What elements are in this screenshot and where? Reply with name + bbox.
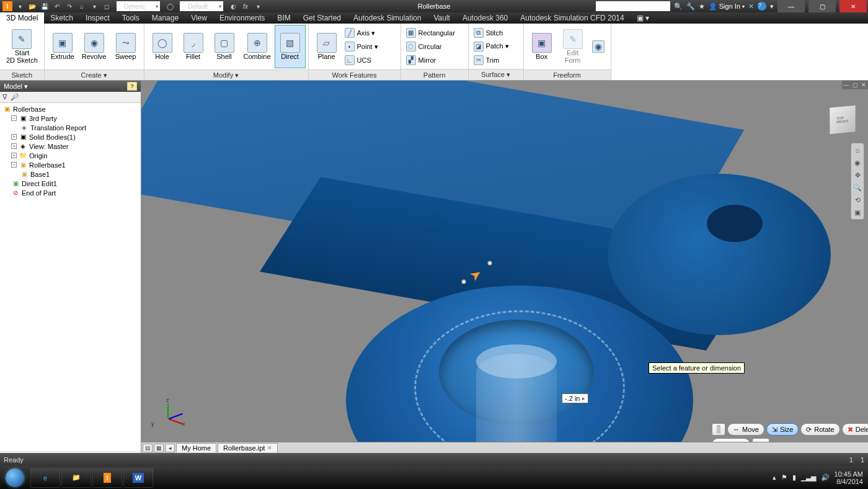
doc-tab-tile-icon[interactable]: ▦ bbox=[154, 444, 164, 452]
tray-up-icon[interactable]: ▴ bbox=[773, 473, 776, 482]
tab-get-started[interactable]: Get Started bbox=[297, 12, 347, 24]
tree-view-master[interactable]: +◈View: Master bbox=[2, 141, 138, 151]
tree-origin[interactable]: +📁Origin bbox=[2, 151, 138, 160]
trim-button[interactable]: ✂Trim bbox=[471, 53, 521, 67]
tab-cfd-2014[interactable]: Autodesk Simulation CFD 2014 bbox=[514, 12, 630, 24]
qat-select-icon[interactable]: ▾ bbox=[89, 1, 99, 11]
direct-button[interactable]: ▧Direct bbox=[275, 25, 306, 68]
help-icon[interactable]: ? bbox=[758, 2, 766, 11]
doc-tab-prev-icon[interactable]: ◂ bbox=[165, 444, 175, 452]
qat-undo-icon[interactable]: ↶ bbox=[52, 1, 62, 11]
tree-end-of-part[interactable]: ⊘End of Part bbox=[2, 188, 138, 197]
qat-material-icon[interactable]: ◻ bbox=[102, 1, 112, 11]
collapse-icon[interactable]: − bbox=[11, 115, 17, 121]
delete-button[interactable]: ✖Delete bbox=[842, 423, 868, 436]
tab-overflow-icon[interactable]: ▣ ▾ bbox=[631, 12, 655, 24]
mini-grip[interactable] bbox=[712, 423, 725, 436]
qat-home-icon[interactable]: ⌂ bbox=[77, 1, 87, 11]
rectangular-button[interactable]: ▦Rectangular bbox=[404, 26, 466, 40]
doc-tab-file[interactable]: Rollerbase.ipt✕ bbox=[218, 443, 278, 452]
qat-color-icon[interactable]: ◐ bbox=[228, 1, 238, 11]
close-tab-icon[interactable]: ✕ bbox=[267, 445, 272, 451]
qat-open-icon[interactable]: 📂 bbox=[27, 1, 37, 11]
find-icon[interactable]: 🔎 bbox=[11, 93, 19, 101]
tab-inspect[interactable]: Inspect bbox=[79, 12, 116, 24]
extrude-button[interactable]: ▣Extrude bbox=[47, 25, 78, 68]
plane-button[interactable]: ▱Plane bbox=[311, 25, 342, 68]
box-button[interactable]: ▣Box bbox=[526, 25, 557, 68]
edit-form-button[interactable]: ✎Edit Form bbox=[557, 25, 588, 68]
search-input[interactable] bbox=[596, 1, 670, 11]
expand-icon[interactable]: + bbox=[11, 134, 17, 140]
tray-volume-icon[interactable]: 🔊 bbox=[821, 473, 830, 482]
close-button[interactable]: ✕ bbox=[839, 0, 867, 12]
maximize-button[interactable]: ▢ bbox=[808, 0, 836, 12]
signin-button[interactable]: 👤Sign In▾ bbox=[709, 2, 745, 11]
appearance-combo[interactable]: Default bbox=[180, 1, 223, 11]
axis-button[interactable]: ╱Axis ▾ bbox=[342, 26, 398, 40]
taskbar-explorer[interactable]: 📁 bbox=[61, 468, 91, 488]
move-button[interactable]: ↔Move bbox=[727, 423, 764, 436]
material-combo[interactable]: Generic bbox=[117, 1, 160, 11]
app-icon[interactable]: I bbox=[2, 1, 12, 11]
tray-network-icon[interactable]: ▁▃▅ bbox=[801, 473, 816, 482]
ucs-button[interactable]: ∟UCS bbox=[342, 53, 398, 67]
shell-button[interactable]: ▢Shell bbox=[209, 25, 240, 68]
start-2d-sketch-button[interactable]: ✎Start 2D Sketch bbox=[2, 25, 42, 68]
doc-tab-home[interactable]: My Home bbox=[176, 443, 216, 452]
tree-3rd-party[interactable]: −▣3rd Party bbox=[2, 114, 138, 123]
grip-handle[interactable] bbox=[487, 261, 492, 266]
taskbar-word[interactable]: W bbox=[123, 468, 153, 488]
freeform-more-button[interactable]: ◉ bbox=[588, 25, 608, 68]
key-icon[interactable]: 🔧 bbox=[686, 2, 695, 11]
exchange-icon[interactable]: ✕ bbox=[748, 2, 754, 11]
patch-button[interactable]: ◪Patch ▾ bbox=[471, 40, 521, 53]
browser-header[interactable]: Model ▾? bbox=[0, 81, 141, 92]
circular-button[interactable]: ◌Circular bbox=[404, 40, 466, 53]
tab-3d-model[interactable]: 3D Model bbox=[0, 12, 44, 24]
rotate-button[interactable]: ⟳Rotate bbox=[800, 423, 839, 436]
taskbar-ie[interactable]: e bbox=[30, 468, 60, 488]
start-button[interactable] bbox=[0, 466, 30, 489]
view-cube[interactable]: TOPFRONT bbox=[829, 105, 856, 135]
more-icon[interactable]: ▾ bbox=[770, 2, 774, 11]
fillet-button[interactable]: ◞Fillet bbox=[178, 25, 209, 68]
taskbar-inventor[interactable]: I bbox=[92, 468, 122, 488]
tree-base1[interactable]: ▣Base1 bbox=[2, 169, 138, 179]
taskbar-clock[interactable]: 10:45 AM 8/4/2014 bbox=[835, 470, 863, 485]
tab-vault[interactable]: Vault bbox=[427, 12, 456, 24]
viewport[interactable]: — ▢ ✕ ➤ -.2 in Select a feature or dimen… bbox=[141, 81, 868, 453]
nav-home-icon[interactable]: ⌂ bbox=[852, 145, 862, 155]
star-icon[interactable]: ★ bbox=[699, 2, 705, 11]
tray-flag-icon[interactable]: ⚑ bbox=[781, 473, 787, 482]
tab-autodesk-360[interactable]: Autodesk 360 bbox=[456, 12, 514, 24]
tab-environments[interactable]: Environments bbox=[213, 12, 271, 24]
tree-translation-report[interactable]: ◈Translation Report bbox=[2, 123, 138, 132]
search-icon[interactable]: 🔍 bbox=[674, 2, 683, 11]
qat-appearance-icon[interactable]: ◯ bbox=[165, 1, 175, 11]
tree-rollerbase1[interactable]: −▣Rollerbase1 bbox=[2, 160, 138, 169]
tray-battery-icon[interactable]: ▮ bbox=[792, 473, 796, 482]
qat-save-icon[interactable]: 💾 bbox=[40, 1, 50, 11]
revolve-button[interactable]: ◉Revolve bbox=[78, 25, 110, 68]
hole-button[interactable]: ◯Hole bbox=[147, 25, 178, 68]
nav-wheel-icon[interactable]: ◉ bbox=[852, 158, 862, 168]
qat-new-icon[interactable]: ▾ bbox=[15, 1, 25, 11]
minimize-button[interactable]: — bbox=[777, 0, 805, 12]
tab-manage[interactable]: Manage bbox=[146, 12, 185, 24]
tab-bim[interactable]: BIM bbox=[271, 12, 296, 24]
tab-tools[interactable]: Tools bbox=[116, 12, 146, 24]
collapse-icon[interactable]: − bbox=[11, 162, 17, 168]
mirror-button[interactable]: ▞Mirror bbox=[404, 53, 466, 67]
nav-pan-icon[interactable]: ✥ bbox=[852, 170, 862, 180]
point-button[interactable]: •Point ▾ bbox=[342, 40, 398, 53]
qat-drop-icon[interactable]: ▾ bbox=[253, 1, 263, 11]
stitch-button[interactable]: ⧉Stitch bbox=[471, 26, 521, 40]
doc-tab-list-icon[interactable]: ▤ bbox=[143, 444, 153, 452]
filter-icon[interactable]: ∇ bbox=[2, 93, 7, 101]
tab-sketch[interactable]: Sketch bbox=[44, 12, 79, 24]
expand-icon[interactable]: + bbox=[11, 153, 17, 158]
browser-help-icon[interactable]: ? bbox=[127, 82, 137, 91]
nav-orbit-icon[interactable]: ⟲ bbox=[852, 195, 862, 205]
grip-handle[interactable] bbox=[461, 279, 466, 284]
